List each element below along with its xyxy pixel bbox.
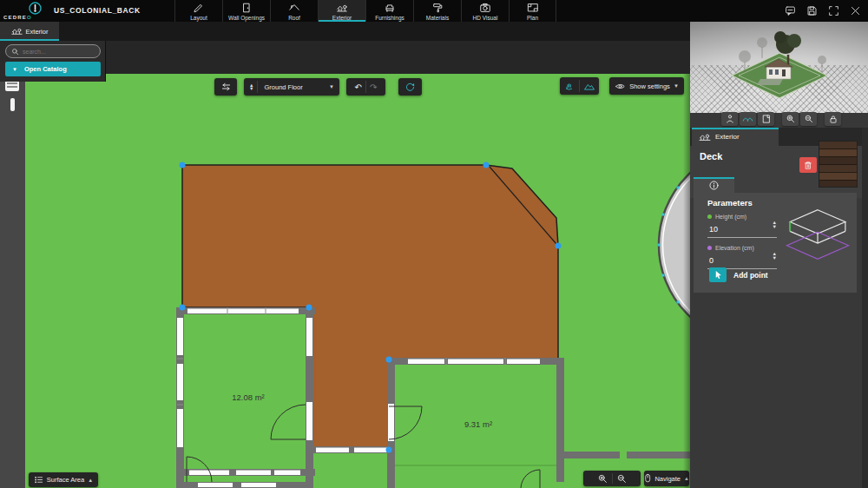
add-point-button[interactable]: Add point [709, 267, 768, 282]
surface-area-button[interactable]: Surface Area ▲ [29, 472, 98, 487]
app-window: CEDREO US_COLONIAL_BACK Layout Wall Open… [0, 0, 868, 488]
height-input[interactable] [709, 225, 760, 234]
chevron-down-icon: ▼ [329, 84, 334, 89]
floor-selector[interactable]: ▲▼ Ground Floor ▼ [244, 78, 339, 96]
deck-diagram [782, 205, 853, 264]
surface-area-label: Surface Area [47, 476, 84, 484]
chevron-up-icon: ▲ [88, 478, 93, 483]
lock-icon[interactable] [825, 112, 841, 126]
room-area-label: 9.31 m² [464, 419, 492, 429]
height-label: Height (cm) [715, 214, 746, 220]
window-controls [784, 0, 861, 22]
navigate-button[interactable]: Navigate ▲ [644, 471, 689, 486]
close-icon[interactable] [849, 5, 861, 17]
search-box[interactable] [5, 44, 101, 58]
terrain-tools-group [560, 77, 599, 95]
panel-scrollbar[interactable] [862, 128, 868, 488]
collapsed-left-toolbar[interactable] [0, 74, 25, 488]
blueprint-icon [527, 2, 539, 14]
search-icon [11, 48, 19, 56]
undo-button[interactable]: ↶ [355, 82, 362, 92]
deck-material-thumbnail[interactable] [819, 142, 857, 187]
walk-view-icon[interactable] [721, 112, 738, 126]
info-icon [708, 180, 720, 191]
house-trees-icon [11, 26, 23, 36]
fullscreen-icon[interactable] [827, 5, 839, 17]
tab-furnishings[interactable]: Furnishings [365, 0, 413, 22]
tab-plan[interactable]: Plan [509, 0, 556, 22]
roof-icon [288, 2, 300, 14]
tab-roof[interactable]: Roof [270, 0, 318, 22]
main-tab-bar: Layout Wall Openings Roof Exterior Furni… [174, 0, 556, 22]
zoom-in-icon[interactable] [782, 112, 799, 126]
armchair-icon [384, 2, 396, 14]
chevron-down-icon: ▼ [674, 83, 679, 89]
floorplan-drawing: 12.08 m² 9.31 m² [0, 74, 690, 488]
undo-redo-group: ↶ ↷ [346, 78, 385, 96]
secondary-tab-bar: Exterior [0, 22, 690, 41]
floor-spinner-icon[interactable]: ▲▼ [249, 83, 253, 90]
tab-materials[interactable]: Materials [413, 0, 461, 22]
terrain-shape-icon[interactable] [583, 81, 595, 92]
plan-view-icon[interactable] [758, 112, 774, 126]
app-logo[interactable]: CEDREO [0, 0, 52, 22]
tab-wall-openings[interactable]: Wall Openings [222, 0, 270, 22]
logo-wordmark: CEDREO [3, 15, 32, 20]
view-mode-toolbar [721, 112, 841, 126]
zoom-in-icon[interactable] [597, 473, 608, 485]
height-stepper[interactable]: ▲▼ [773, 221, 777, 228]
exterior-icon [336, 2, 348, 14]
elevation-input[interactable] [709, 256, 760, 265]
delete-object-button[interactable] [799, 157, 817, 173]
exterior-panel-tab[interactable]: Exterior [0, 22, 59, 41]
search-input[interactable] [23, 49, 95, 55]
add-point-label: Add point [733, 271, 768, 280]
elevation-label: Elevation (cm) [715, 245, 754, 251]
door-icon [240, 2, 253, 14]
floorplan-canvas[interactable]: 12.08 m² 9.31 m² ▲▼ Ground Floor ▼ ↶ [0, 74, 690, 488]
3d-preview[interactable] [690, 22, 868, 113]
project-title: US_COLONIAL_BACK [54, 0, 141, 22]
drag-handle[interactable] [10, 98, 15, 111]
properties-panel: Exterior Deck Parameters Height (cm) ▲▼ [690, 22, 868, 488]
info-tab[interactable] [694, 177, 734, 193]
tab-exterior[interactable]: Exterior [318, 0, 365, 22]
height-field[interactable]: Height (cm) ▲▼ [707, 214, 777, 238]
object-title: Deck [700, 151, 722, 162]
parameters-heading: Parameters [707, 198, 753, 208]
aerial-view-icon[interactable] [740, 112, 756, 126]
paint-roller-icon [431, 2, 444, 14]
pool-circle[interactable] [658, 147, 691, 343]
house-trees-icon [699, 132, 711, 142]
cedreo-logo-icon [28, 1, 43, 16]
navigate-label: Navigate [654, 475, 681, 483]
top-bar: CEDREO US_COLONIAL_BACK Layout Wall Open… [0, 0, 868, 22]
show-settings-button[interactable]: Show settings ▼ [609, 77, 684, 95]
camera-icon [479, 2, 491, 14]
save-icon[interactable] [806, 5, 818, 17]
room-area-label: 12.08 m² [232, 392, 265, 402]
elevation-dot-icon [707, 246, 712, 250]
zoom-out-icon[interactable] [616, 473, 628, 485]
chevron-up-icon: ▲ [684, 476, 689, 481]
tab-layout[interactable]: Layout [174, 0, 222, 22]
exterior-object-tab[interactable]: Exterior [692, 128, 779, 146]
floor-selector-value: Ground Floor [261, 83, 326, 91]
tab-hd-visual[interactable]: HD Visual [461, 0, 509, 22]
terrain-paint-icon[interactable] [564, 81, 575, 92]
comment-icon[interactable] [784, 5, 796, 17]
reset-view-button[interactable] [398, 78, 422, 96]
open-catalog-button[interactable]: ▼ Open Catalog [5, 62, 101, 76]
zoom-out-icon[interactable] [800, 112, 817, 126]
sync-button[interactable] [214, 78, 237, 96]
chevron-down-icon: ▼ [12, 67, 17, 72]
zoom-controls [583, 471, 641, 486]
elevation-field[interactable]: Elevation (cm) ▲▼ [707, 245, 777, 269]
pencil-icon [193, 2, 205, 14]
parameters-section: Parameters Height (cm) ▲▼ Elevation (cm)… [694, 193, 857, 293]
height-dot-icon [707, 214, 712, 219]
show-settings-label: Show settings [629, 82, 670, 90]
catalog-panel: ▼ Open Catalog [0, 41, 106, 82]
redo-button[interactable]: ↷ [370, 82, 377, 92]
elevation-stepper[interactable]: ▲▼ [773, 252, 777, 260]
